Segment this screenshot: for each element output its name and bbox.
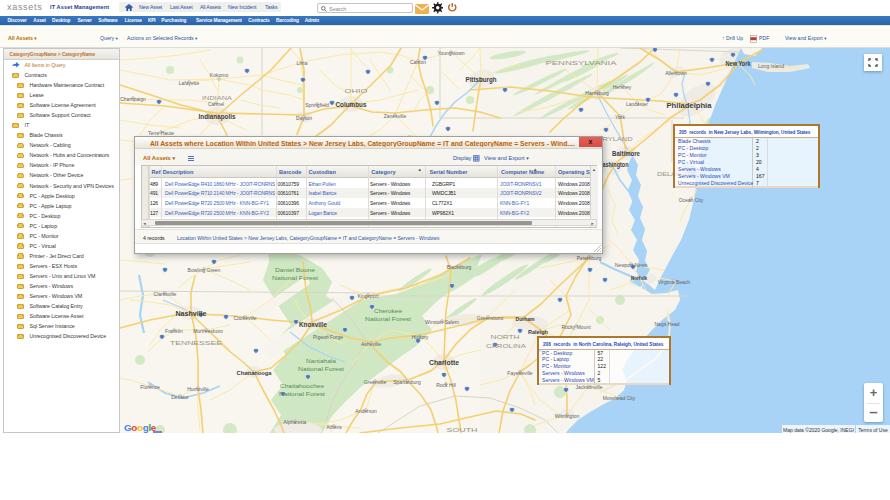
svg-text:Hershey: Hershey: [613, 84, 632, 90]
svg-text:Kingsport: Kingsport: [357, 293, 379, 299]
svg-text:Lafayette: Lafayette: [179, 80, 200, 86]
svg-text:Indianapolis: Indianapolis: [199, 113, 236, 121]
svg-text:Fayetteville: Fayetteville: [507, 370, 533, 376]
svg-text:Durham: Durham: [516, 316, 535, 322]
svg-text:Murfreesboro: Murfreesboro: [193, 328, 223, 334]
svg-text:Virginia Beach: Virginia Beach: [658, 279, 690, 285]
svg-text:Daniel Boone: Daniel Boone: [275, 267, 315, 273]
svg-text:Philadelphia: Philadelphia: [667, 101, 713, 110]
svg-text:Zanesville: Zanesville: [384, 113, 407, 119]
svg-text:Newport News: Newport News: [615, 262, 648, 268]
svg-text:Kokomo: Kokomo: [210, 72, 229, 78]
svg-text:Columbus: Columbus: [336, 100, 367, 109]
svg-text:Nantahala: Nantahala: [306, 358, 337, 364]
svg-text:Canton: Canton: [410, 59, 426, 65]
svg-text:Baltimore: Baltimore: [612, 150, 640, 157]
svg-text:Norfolk: Norfolk: [631, 275, 648, 281]
svg-text:Greenville: Greenville: [364, 379, 387, 385]
svg-text:National Forest: National Forest: [279, 391, 326, 397]
svg-text:Morehead City: Morehead City: [603, 395, 636, 401]
svg-text:Athens: Athens: [326, 424, 342, 430]
svg-text:OHIO: OHIO: [345, 88, 368, 94]
svg-text:Florence: Florence: [140, 384, 160, 390]
svg-text:Youngstown: Youngstown: [437, 50, 464, 56]
svg-text:Chattahoochee: Chattahoochee: [280, 383, 324, 389]
svg-text:Wilmington: Wilmington: [555, 413, 580, 419]
svg-text:York: York: [615, 114, 625, 120]
svg-text:Cherokee: Cherokee: [374, 308, 402, 314]
svg-text:National Forest: National Forest: [298, 366, 345, 372]
svg-text:Harrisburg: Harrisburg: [585, 90, 609, 96]
svg-text:Petersburg: Petersburg: [577, 255, 602, 261]
svg-text:Champaign: Champaign: [120, 96, 146, 102]
svg-text:Springfield: Springfield: [305, 102, 329, 108]
svg-text:Cookeville: Cookeville: [233, 315, 256, 321]
svg-text:CAROLINA: CAROLINA: [486, 343, 526, 349]
svg-text:Chattanooga: Chattanooga: [237, 370, 273, 376]
svg-text:Carmel: Carmel: [208, 101, 224, 107]
svg-text:Alpharetta: Alpharetta: [284, 419, 307, 425]
svg-text:Charlotte: Charlotte: [429, 359, 459, 366]
svg-text:NORTH: NORTH: [491, 334, 520, 340]
svg-text:Asheville: Asheville: [361, 341, 381, 347]
svg-text:New York: New York: [726, 60, 751, 67]
svg-text:Anderson: Anderson: [355, 408, 377, 414]
svg-text:National Forest: National Forest: [272, 275, 319, 281]
svg-text:Raleigh: Raleigh: [528, 329, 548, 335]
svg-text:TENNESSEE: TENNESSEE: [170, 340, 222, 346]
svg-text:Long Island: Long Island: [758, 63, 784, 69]
svg-text:Nags Head: Nags Head: [654, 321, 679, 327]
svg-text:Knoxville: Knoxville: [299, 321, 327, 328]
svg-text:PENNSYLVANIA: PENNSYLVANIA: [546, 60, 617, 66]
svg-text:Terre Haute: Terre Haute: [148, 130, 174, 136]
svg-text:Rocky Mount: Rocky Mount: [561, 324, 591, 330]
svg-text:Rock Hill: Rock Hill: [436, 382, 456, 388]
svg-text:Decatur: Decatur: [171, 394, 189, 400]
svg-text:Franklin: Franklin: [165, 328, 183, 334]
svg-text:Bowling Green: Bowling Green: [188, 267, 221, 273]
svg-text:Huntsville: Huntsville: [187, 386, 209, 392]
svg-text:SOUTH: SOUTH: [447, 427, 478, 433]
svg-text:Dayton: Dayton: [296, 115, 312, 121]
svg-text:Spartanburg: Spartanburg: [393, 379, 421, 385]
svg-text:Pittsburgh: Pittsburgh: [466, 75, 497, 84]
svg-text:Nashville: Nashville: [176, 310, 207, 317]
svg-text:Hickory: Hickory: [412, 334, 429, 340]
svg-text:Blacksburg: Blacksburg: [447, 264, 472, 270]
svg-text:Ocean City: Ocean City: [679, 197, 704, 203]
svg-text:Winston-Salem: Winston-Salem: [425, 319, 459, 325]
svg-text:Lima: Lima: [297, 60, 308, 66]
svg-text:Clarksville: Clarksville: [154, 291, 177, 297]
svg-text:Lancaster: Lancaster: [626, 101, 648, 107]
svg-text:Pigeon Forge: Pigeon Forge: [313, 334, 343, 340]
svg-text:Allentown: Allentown: [665, 70, 687, 76]
svg-text:National Forest: National Forest: [365, 316, 412, 322]
svg-text:Greensboro: Greensboro: [477, 315, 504, 321]
